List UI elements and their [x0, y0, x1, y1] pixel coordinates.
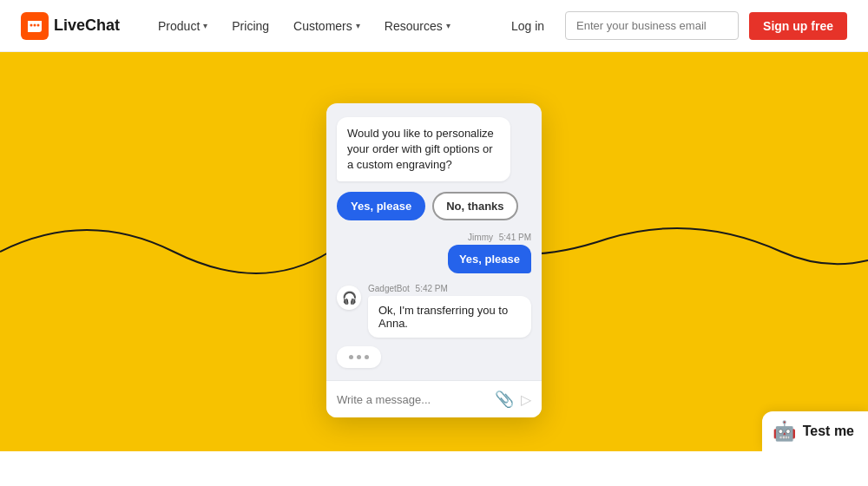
chevron-down-icon: ▾	[356, 21, 360, 30]
user-meta: Jimmy 5:41 PM	[468, 233, 531, 242]
nav-item-customers[interactable]: Customers ▾	[283, 14, 371, 38]
logo[interactable]: LiveChat	[21, 12, 120, 40]
nav-pricing-label: Pricing	[232, 19, 269, 33]
logo-text: LiveChat	[54, 16, 120, 35]
email-field[interactable]	[565, 11, 739, 40]
hero-section: Would you like to personalize your order…	[0, 52, 868, 451]
bot-reply-bubble: Ok, I'm transferring you to Anna.	[368, 296, 531, 338]
login-button[interactable]: Log in	[501, 14, 555, 38]
chat-input-area: 📎 ▷	[326, 380, 542, 417]
typing-dot-2	[357, 355, 361, 359]
user-name: Jimmy	[468, 233, 493, 242]
nav-resources-label: Resources	[385, 19, 443, 33]
signup-button[interactable]: Sign up free	[749, 12, 847, 40]
typing-bubble	[337, 346, 381, 368]
svg-point-1	[30, 23, 33, 26]
bot-reply-col: GadgetBot 5:42 PM Ok, I'm transferring y…	[368, 284, 531, 338]
nav-product-label: Product	[158, 19, 200, 33]
no-thanks-button[interactable]: No, thanks	[432, 192, 517, 220]
nav-item-resources[interactable]: Resources ▾	[374, 14, 461, 38]
nav-customers-label: Customers	[293, 19, 352, 33]
typing-indicator-wrap	[337, 346, 531, 368]
yes-please-button[interactable]: Yes, please	[337, 192, 425, 220]
bot-avatar: 🎧	[337, 286, 361, 310]
chat-widget: Would you like to personalize your order…	[326, 103, 542, 418]
nav-right: Log in Sign up free	[501, 11, 847, 40]
bot-icon: 🤖	[773, 420, 796, 443]
user-reply-bubble: Yes, please	[448, 245, 531, 273]
send-icon[interactable]: ▷	[521, 391, 531, 408]
bot-reply-meta: GadgetBot 5:42 PM	[368, 284, 531, 293]
test-me-label: Test me	[803, 424, 854, 439]
chat-body: Would you like to personalize your order…	[326, 103, 542, 369]
bot-question-wrap: Would you like to personalize your order…	[337, 117, 531, 182]
user-message-wrap: Jimmy 5:41 PM Yes, please	[337, 233, 531, 273]
svg-point-2	[34, 23, 36, 26]
bot-question-bubble: Would you like to personalize your order…	[337, 117, 510, 182]
chevron-down-icon: ▾	[203, 21, 207, 30]
typing-dot-3	[365, 355, 369, 359]
attach-icon[interactable]: 📎	[495, 390, 514, 409]
chevron-down-icon: ▾	[446, 21, 450, 30]
typing-dot-1	[349, 355, 353, 359]
user-time: 5:41 PM	[499, 233, 531, 242]
bot-time: 5:42 PM	[416, 284, 448, 293]
quick-replies: Yes, please No, thanks	[337, 192, 531, 220]
navbar: LiveChat Product ▾ Pricing Customers ▾ R…	[0, 0, 868, 52]
chat-input[interactable]	[337, 393, 488, 406]
nav-item-product[interactable]: Product ▾	[148, 14, 218, 38]
bot-reply-row: 🎧 GadgetBot 5:42 PM Ok, I'm transferring…	[337, 284, 531, 338]
svg-point-3	[37, 23, 40, 26]
bot-name: GadgetBot	[368, 284, 410, 293]
nav-menu: Product ▾ Pricing Customers ▾ Resources …	[148, 14, 501, 38]
livechat-logo-icon	[21, 12, 49, 40]
test-widget[interactable]: 🤖 Test me	[762, 411, 868, 451]
nav-item-pricing[interactable]: Pricing	[221, 14, 279, 38]
